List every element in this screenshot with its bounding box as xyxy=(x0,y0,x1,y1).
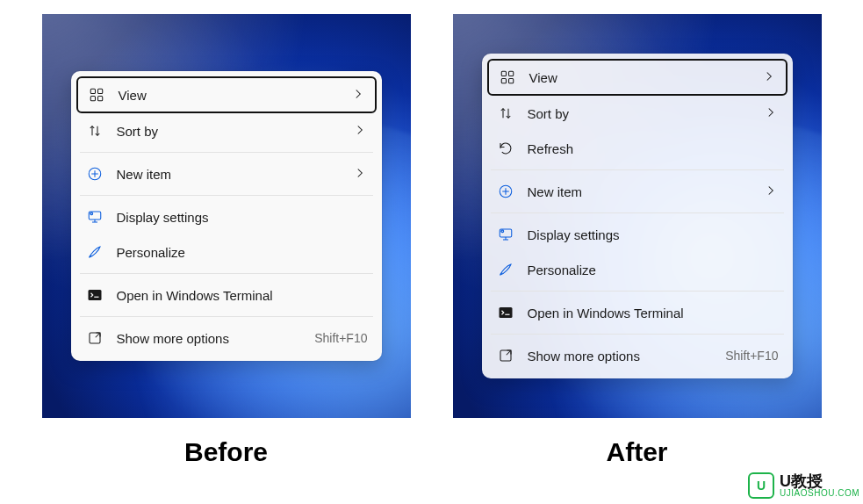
menu-item-label: New item xyxy=(528,184,763,199)
menu-item-shortcut: Shift+F10 xyxy=(314,331,367,345)
grid-icon xyxy=(87,85,106,104)
menu-item-label: Open in Windows Terminal xyxy=(528,306,779,320)
menu-item-label: New item xyxy=(117,167,352,182)
terminal-icon xyxy=(496,303,515,322)
context-menu-after: ViewSort byRefreshNew itemDisplay settin… xyxy=(482,54,793,378)
menu-separator xyxy=(491,334,784,335)
chevron-right-icon xyxy=(352,122,368,140)
menu-item-sort-by[interactable]: Sort by xyxy=(487,96,787,131)
caption-before: Before xyxy=(184,437,268,467)
menu-separator xyxy=(80,152,373,153)
menu-item-refresh[interactable]: Refresh xyxy=(487,131,787,166)
menu-item-label: View xyxy=(529,70,761,85)
watermark-badge: U xyxy=(748,472,774,499)
menu-separator xyxy=(80,273,373,274)
expand-icon xyxy=(496,346,515,365)
chevron-right-icon xyxy=(761,68,777,87)
menu-item-display-settings[interactable]: Display settings xyxy=(487,217,787,252)
menu-item-new-item[interactable]: New item xyxy=(76,156,377,191)
before-panel: ViewSort byNew itemDisplay settingsPerso… xyxy=(42,14,411,467)
svg-rect-3 xyxy=(97,97,102,101)
menu-item-label: Open in Windows Terminal xyxy=(117,288,368,303)
menu-item-label: Refresh xyxy=(528,141,779,156)
svg-rect-11 xyxy=(501,79,506,83)
context-menu-before: ViewSort byNew itemDisplay settingsPerso… xyxy=(71,71,382,361)
refresh-icon xyxy=(496,139,515,158)
menu-item-new-item[interactable]: New item xyxy=(487,174,787,209)
menu-item-sort-by[interactable]: Sort by xyxy=(76,113,377,148)
sort-icon xyxy=(85,121,104,140)
chevron-right-icon xyxy=(350,86,366,104)
menu-item-view[interactable]: View xyxy=(76,76,377,113)
svg-rect-7 xyxy=(88,290,101,300)
menu-item-label: View xyxy=(119,88,350,103)
watermark-sub: UJIAOSHOU.COM xyxy=(780,489,859,498)
menu-separator xyxy=(491,291,784,292)
menu-separator xyxy=(80,195,373,196)
caption-after: After xyxy=(606,437,667,467)
svg-rect-16 xyxy=(499,307,512,318)
menu-item-personalize[interactable]: Personalize xyxy=(76,234,377,270)
menu-separator xyxy=(80,316,373,317)
brush-icon xyxy=(496,260,515,279)
menu-item-open-terminal[interactable]: Open in Windows Terminal xyxy=(76,277,377,313)
grid-icon xyxy=(498,68,517,87)
menu-separator xyxy=(491,212,784,213)
terminal-icon xyxy=(85,285,104,305)
menu-item-label: Sort by xyxy=(528,106,763,121)
menu-item-show-more[interactable]: Show more optionsShift+F10 xyxy=(487,338,787,373)
menu-item-label: Display settings xyxy=(117,210,368,225)
monitor-gear-icon xyxy=(496,225,515,244)
menu-item-label: Sort by xyxy=(117,124,352,139)
desktop-wallpaper-before: ViewSort byNew itemDisplay settingsPerso… xyxy=(42,14,411,418)
monitor-gear-icon xyxy=(85,207,104,227)
plus-circle-icon xyxy=(496,182,515,201)
menu-item-label: Show more options xyxy=(528,349,726,364)
expand-icon xyxy=(85,328,104,348)
desktop-wallpaper-after: ViewSort byRefreshNew itemDisplay settin… xyxy=(453,14,822,418)
plus-circle-icon xyxy=(85,164,104,184)
svg-rect-2 xyxy=(90,97,95,101)
svg-rect-1 xyxy=(97,89,102,93)
menu-separator xyxy=(491,169,784,170)
svg-rect-12 xyxy=(508,79,513,83)
menu-item-label: Personalize xyxy=(117,245,368,260)
watermark-title: U教授 xyxy=(780,473,859,489)
brush-icon xyxy=(85,242,104,262)
chevron-right-icon xyxy=(763,183,779,201)
chevron-right-icon xyxy=(352,165,368,184)
svg-rect-0 xyxy=(90,89,95,93)
after-panel: ViewSort byRefreshNew itemDisplay settin… xyxy=(453,14,822,467)
menu-item-label: Personalize xyxy=(528,263,779,277)
menu-item-personalize[interactable]: Personalize xyxy=(487,252,787,287)
menu-item-label: Show more options xyxy=(117,331,315,346)
menu-item-display-settings[interactable]: Display settings xyxy=(76,199,377,234)
chevron-right-icon xyxy=(763,104,779,123)
menu-item-open-terminal[interactable]: Open in Windows Terminal xyxy=(487,295,787,330)
sort-icon xyxy=(496,104,515,123)
svg-rect-10 xyxy=(508,71,513,76)
comparison-stage: ViewSort byNew itemDisplay settingsPerso… xyxy=(0,0,863,504)
watermark: U U教授 UJIAOSHOU.COM xyxy=(748,472,859,499)
menu-item-shortcut: Shift+F10 xyxy=(725,349,778,363)
menu-item-view[interactable]: View xyxy=(487,59,787,96)
menu-item-show-more[interactable]: Show more optionsShift+F10 xyxy=(76,320,377,356)
menu-item-label: Display settings xyxy=(528,227,779,242)
svg-rect-9 xyxy=(501,71,506,76)
